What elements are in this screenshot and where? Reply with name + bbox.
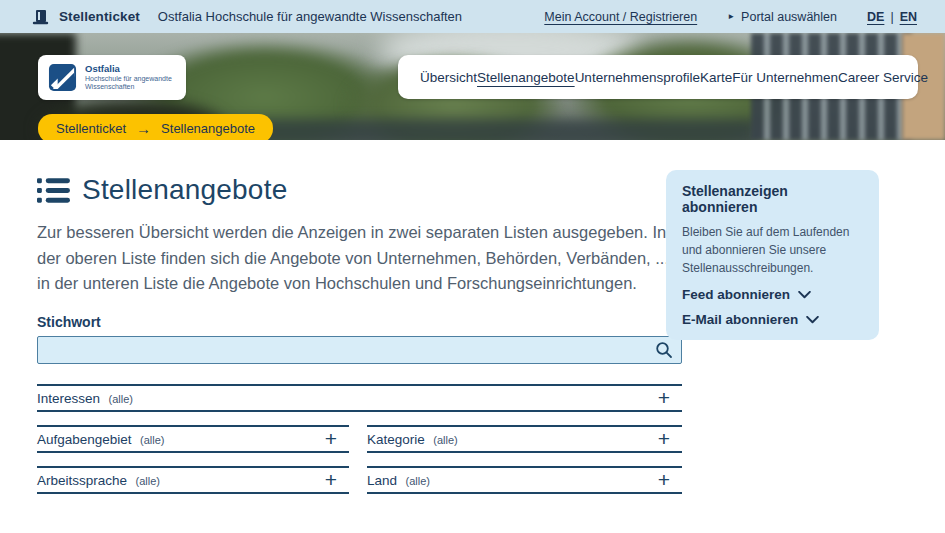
breadcrumb-home[interactable]: Stellenticket xyxy=(56,121,126,136)
filter-grid: Aufgabengebiet (alle) + Kategorie (alle)… xyxy=(37,425,682,494)
search-icon xyxy=(655,341,673,359)
arrow-right-icon: → xyxy=(136,121,151,136)
filter-label-group: Kategorie (alle) xyxy=(367,430,458,448)
main-content: Stellenangebote Zur besseren Übersicht w… xyxy=(0,140,945,494)
subscribe-text: Bleiben Sie auf dem Laufenden und abonni… xyxy=(682,223,864,277)
filter-label-group: Interessen (alle) xyxy=(37,389,133,407)
language-switcher: DE | EN xyxy=(867,10,917,24)
portal-select[interactable]: ► Portal auswählen xyxy=(727,10,837,24)
email-subscribe-link[interactable]: E-Mail abonnieren xyxy=(682,312,863,327)
topbar-links: Mein Account / Registrieren ► Portal aus… xyxy=(544,10,917,24)
filter-suffix: (alle) xyxy=(433,434,457,446)
filter-land[interactable]: Land (alle) + xyxy=(367,466,682,494)
feed-link-label: Feed abonnieren xyxy=(682,287,790,302)
plus-icon: + xyxy=(325,469,337,490)
topbar: Stellenticket Ostfalia Hochschule für an… xyxy=(0,0,945,33)
logo-subtitle-line1: Hochschule für angewandte xyxy=(85,75,172,83)
filter-label: Kategorie xyxy=(367,432,425,447)
organization-name: Ostfalia Hochschule für angewandte Wisse… xyxy=(158,9,462,24)
lang-en-link[interactable]: EN xyxy=(900,10,917,24)
portal-select-label: Portal auswählen xyxy=(741,10,837,24)
plus-icon: + xyxy=(325,428,337,449)
breadcrumb: Stellenticket → Stellenangebote xyxy=(38,114,273,140)
keyword-search-input[interactable] xyxy=(38,337,647,363)
list-icon xyxy=(37,177,70,204)
search-button[interactable] xyxy=(647,337,681,363)
hero-banner: Ostfalia Hochschule für angewandte Wisse… xyxy=(0,33,945,140)
nav-item-career-service[interactable]: Career Service xyxy=(838,70,928,85)
nav-item-unternehmensprofile[interactable]: Unternehmensprofile xyxy=(575,70,700,85)
filter-label: Aufgabengebiet xyxy=(37,432,132,447)
subscribe-title: Stellenanzeigen abonnieren xyxy=(682,183,863,215)
intro-text: Zur besseren Übersicht werden die Anzeig… xyxy=(37,220,683,297)
page-title: Stellenangebote xyxy=(82,174,287,206)
filter-arbeitssprache[interactable]: Arbeitssprache (alle) + xyxy=(37,466,349,494)
ostfalia-logo-card[interactable]: Ostfalia Hochschule für angewandte Wisse… xyxy=(38,55,186,100)
plus-icon: + xyxy=(658,428,670,449)
nav-item-karte[interactable]: Karte xyxy=(700,70,732,85)
plus-icon: + xyxy=(658,469,670,490)
chevron-down-icon xyxy=(806,316,819,324)
filter-label-group: Land (alle) xyxy=(367,471,430,489)
ostfalia-logo-icon xyxy=(48,63,77,92)
subscribe-panel: Stellenanzeigen abonnieren Bleiben Sie a… xyxy=(666,170,879,340)
logo-title: Ostfalia xyxy=(85,64,172,75)
logo-subtitle-line2: Wissenschaften xyxy=(85,83,172,91)
keyword-search-box xyxy=(37,336,682,364)
account-register-link[interactable]: Mein Account / Registrieren xyxy=(544,10,697,24)
filter-label-group: Aufgabengebiet (alle) xyxy=(37,430,165,448)
breadcrumb-current[interactable]: Stellenangebote xyxy=(161,121,255,136)
nav-item-uebersicht[interactable]: Übersicht xyxy=(420,70,477,85)
lang-de-link[interactable]: DE xyxy=(867,10,884,24)
filter-suffix: (alle) xyxy=(140,434,164,446)
brand-name: Stellenticket xyxy=(59,9,140,24)
filter-suffix: (alle) xyxy=(406,475,430,487)
topbar-brand-group: Stellenticket Ostfalia Hochschule für an… xyxy=(32,9,462,25)
filter-interessen[interactable]: Interessen (alle) + xyxy=(37,384,682,412)
chevron-down-icon xyxy=(798,291,811,299)
page: Stellenticket Ostfalia Hochschule für an… xyxy=(0,0,945,533)
feed-subscribe-link[interactable]: Feed abonnieren xyxy=(682,287,863,302)
email-link-label: E-Mail abonnieren xyxy=(682,312,798,327)
filter-label: Arbeitssprache xyxy=(37,473,127,488)
filter-section: Interessen (alle) + Aufgabengebiet (alle… xyxy=(37,384,682,494)
hero-photo-building-base xyxy=(208,119,756,140)
filter-label: Land xyxy=(367,473,397,488)
triangle-right-icon: ► xyxy=(727,13,735,21)
filter-suffix: (alle) xyxy=(136,475,160,487)
filter-kategorie[interactable]: Kategorie (alle) + xyxy=(367,425,682,453)
filter-label: Interessen xyxy=(37,391,100,406)
filter-suffix: (alle) xyxy=(109,393,133,405)
filter-aufgabengebiet[interactable]: Aufgabengebiet (alle) + xyxy=(37,425,349,453)
ostfalia-logo-text: Ostfalia Hochschule für angewandte Wisse… xyxy=(85,64,172,91)
nav-item-fuer-unternehmen[interactable]: Für Unternehmen xyxy=(732,70,838,85)
nav-item-stellenangebote[interactable]: Stellenangebote xyxy=(477,70,575,85)
plus-icon: + xyxy=(658,387,670,408)
main-navigation: Übersicht Stellenangebote Unternehmenspr… xyxy=(398,55,918,99)
filter-label-group: Arbeitssprache (alle) xyxy=(37,471,160,489)
stellenticket-logo-icon xyxy=(32,9,49,25)
lang-separator: | xyxy=(890,10,893,24)
